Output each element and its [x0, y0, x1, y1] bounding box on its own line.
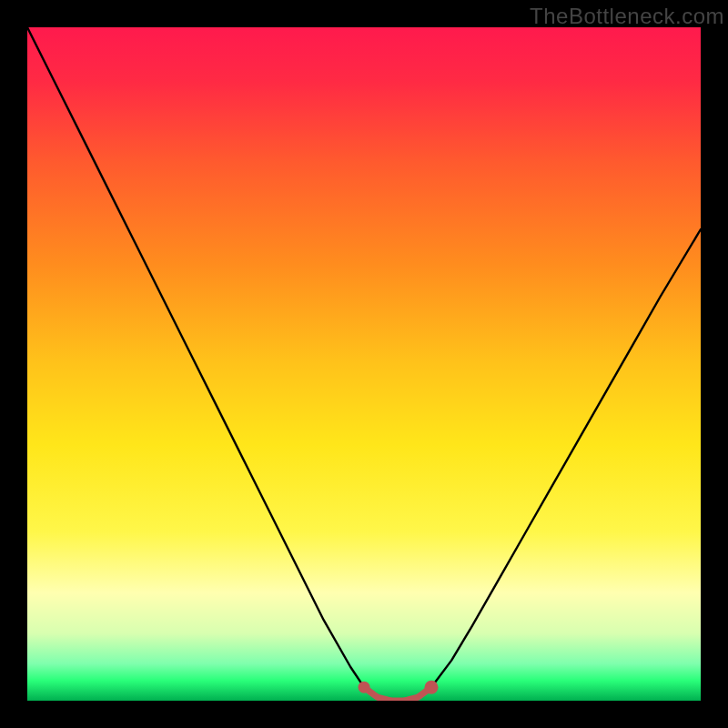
watermark-text: TheBottleneck.com — [530, 4, 724, 29]
chart-svg — [27, 27, 701, 701]
chart-stage — [27, 27, 701, 701]
gradient-background — [27, 27, 701, 701]
optimal-range-end-dot — [425, 681, 439, 694]
optimal-range-start-dot — [359, 682, 370, 693]
